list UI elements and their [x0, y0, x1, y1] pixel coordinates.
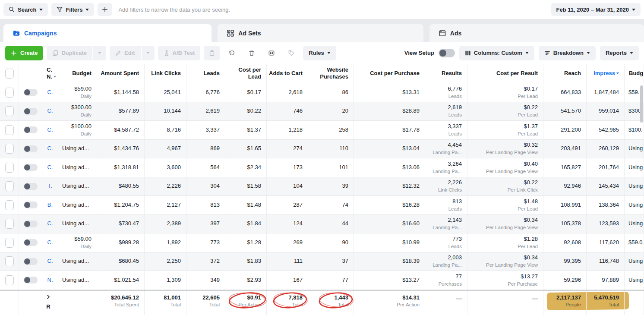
row-checkbox[interactable]	[5, 88, 14, 98]
cell-budget: Using ad...	[58, 158, 97, 177]
toggle-knob	[24, 108, 30, 114]
vertical-scrollbar-thumb[interactable]	[640, 85, 643, 123]
cell-budget: $59.00Daily	[58, 233, 97, 252]
row-checkbox[interactable]	[5, 125, 14, 135]
edit-menu-button[interactable]	[142, 46, 155, 60]
row-checkbox[interactable]	[5, 106, 14, 116]
tab-campaigns[interactable]: Campaigns	[3, 24, 212, 42]
header-cost-per-purchase[interactable]: Cost per Purchase	[354, 64, 425, 83]
value: $480.55	[119, 183, 139, 190]
cell-select	[0, 177, 19, 196]
date-range-button[interactable]: Feb 11, 2020 – Mar 31, 2020	[551, 3, 641, 16]
value: 77	[342, 277, 348, 284]
value: 2,619	[448, 104, 462, 111]
campaign-name-link[interactable]: C.	[47, 107, 53, 115]
clipboard-button[interactable]	[204, 46, 220, 60]
value: 77	[456, 273, 462, 280]
status-toggle[interactable]	[24, 239, 38, 246]
row-checkbox[interactable]	[5, 256, 14, 266]
toggle-knob	[24, 277, 30, 283]
row-checkbox[interactable]	[5, 163, 14, 173]
status-toggle[interactable]	[24, 126, 38, 133]
status-toggle[interactable]	[24, 202, 38, 208]
cell-campaign-name: C.	[42, 158, 58, 177]
header-results[interactable]: Results	[425, 64, 467, 83]
header-impressions[interactable]: Impress	[587, 64, 625, 83]
tag-button[interactable]	[283, 46, 300, 60]
campaign-name-link[interactable]: C.	[47, 164, 53, 171]
status-toggle[interactable]	[24, 183, 38, 190]
status-toggle[interactable]	[24, 108, 38, 115]
export-button[interactable]	[263, 46, 280, 60]
campaign-name-link[interactable]: T.	[48, 183, 52, 190]
status-toggle[interactable]	[24, 258, 38, 265]
delete-button[interactable]	[243, 46, 260, 60]
ab-test-button[interactable]: A/B Test	[158, 46, 201, 60]
cell-budget: Using ad...	[58, 252, 97, 271]
row-checkbox[interactable]	[5, 219, 14, 229]
duplicate-button[interactable]: Duplicate	[47, 46, 92, 60]
value: $13.04	[402, 145, 420, 152]
value: $0.34	[524, 217, 538, 224]
row-checkbox[interactable]	[5, 275, 14, 285]
filters-button[interactable]: Filters	[51, 3, 94, 16]
cell-cpp: $28.89	[354, 102, 425, 121]
cell-spent: $1,144.58	[97, 83, 145, 102]
header-budget-2[interactable]: Budg	[625, 64, 644, 83]
header-name-line1: C.	[47, 66, 52, 73]
header-reach[interactable]: Reach	[543, 64, 587, 83]
header-leads[interactable]: Leads	[186, 64, 225, 83]
duplicate-menu-button[interactable]	[93, 46, 106, 60]
header-campaign-name[interactable]: C. N.	[42, 64, 58, 83]
status-toggle[interactable]	[24, 89, 38, 96]
campaign-name-link[interactable]: C.	[47, 220, 53, 227]
header-cost-per-result[interactable]: Cost per Result	[467, 64, 543, 83]
add-filter-button[interactable]	[98, 3, 112, 16]
search-button[interactable]: Search	[3, 3, 48, 16]
cell-status	[19, 233, 42, 252]
breakdown-button[interactable]: Breakdown	[539, 46, 596, 60]
value: 397	[210, 220, 220, 227]
status-toggle[interactable]	[24, 164, 38, 171]
row-checkbox[interactable]	[5, 238, 14, 248]
value: Using	[628, 145, 643, 152]
campaign-name-link[interactable]: C.	[47, 89, 53, 96]
header-cost-per-lead[interactable]: Cost per Lead	[225, 64, 267, 83]
row-checkbox[interactable]	[5, 181, 14, 191]
cell-leads: 869	[186, 140, 225, 158]
expand-chevron-icon[interactable]	[46, 294, 51, 299]
cell-spent: $577.89	[97, 102, 145, 121]
value-sub: Landing Pa...	[432, 149, 462, 156]
view-setup-toggle[interactable]	[439, 49, 455, 57]
cell-cpl: $0.17	[225, 83, 267, 102]
status-toggle[interactable]	[24, 277, 38, 284]
header-link-clicks[interactable]: Link Clicks	[145, 64, 186, 83]
header-website-purchases[interactable]: Website Purchases	[308, 64, 354, 83]
campaign-name-link[interactable]: N.	[47, 277, 53, 284]
filter-input-placeholder[interactable]: Add filters to narrow the data you are s…	[116, 6, 547, 13]
reports-button[interactable]: Reports	[600, 46, 639, 60]
campaign-name-link[interactable]: B.	[47, 202, 53, 209]
sort-caret-icon	[616, 72, 619, 74]
campaign-name-link[interactable]: C.	[47, 126, 53, 134]
header-amount-spent[interactable]: Amount Spent	[97, 64, 145, 83]
create-button[interactable]: Create	[5, 46, 43, 60]
edit-button[interactable]: Edit	[110, 46, 141, 60]
header-adds-to-cart[interactable]: Adds to Cart	[267, 64, 308, 83]
columns-button[interactable]: Columns: Custom	[459, 46, 534, 60]
header-budget[interactable]: Budget	[58, 64, 97, 83]
value: $1.28	[247, 239, 261, 246]
campaign-name-link[interactable]: C.	[47, 145, 53, 152]
campaign-name-link[interactable]: C.	[47, 258, 53, 265]
status-toggle[interactable]	[24, 145, 38, 152]
status-toggle[interactable]	[24, 220, 38, 227]
row-checkbox[interactable]	[5, 144, 14, 154]
campaign-name-link[interactable]: C.	[47, 239, 53, 246]
tab-ads[interactable]: Ads	[429, 24, 644, 42]
toggle-knob	[24, 183, 30, 189]
row-checkbox[interactable]	[5, 200, 14, 210]
tab-ad-sets[interactable]: Ad Sets	[218, 24, 423, 42]
rules-button[interactable]: Rules	[303, 46, 336, 60]
select-all-checkbox[interactable]	[5, 69, 14, 79]
undo-button[interactable]	[224, 46, 240, 60]
